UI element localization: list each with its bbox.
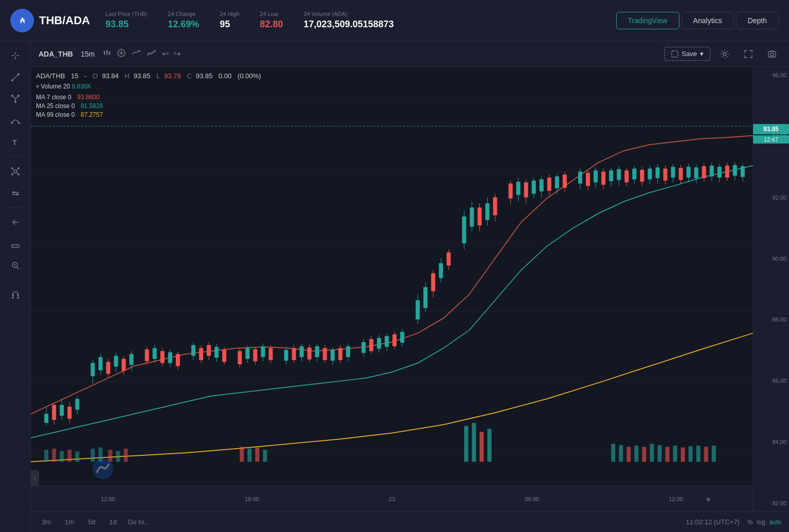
change-pct-val: (0.00%) bbox=[238, 72, 261, 80]
svg-rect-119 bbox=[268, 348, 273, 360]
timeframe-3m[interactable]: 3m bbox=[39, 517, 54, 527]
settings-icon[interactable] bbox=[715, 45, 734, 63]
back-arrow-icon[interactable] bbox=[6, 213, 25, 232]
svg-rect-47 bbox=[106, 51, 108, 52]
view-buttons: TradingView Analytics Depth bbox=[616, 12, 779, 29]
chart-collapse-arrow[interactable]: ‹ bbox=[31, 470, 39, 486]
price-90: 90.00 bbox=[756, 256, 786, 262]
current-time-badge: 12:47 bbox=[753, 135, 789, 144]
svg-rect-173 bbox=[516, 182, 521, 195]
toolbar-divider-2 bbox=[8, 207, 23, 208]
svg-rect-254 bbox=[657, 445, 661, 462]
svg-line-25 bbox=[12, 172, 14, 174]
bar-style-icon[interactable] bbox=[102, 48, 112, 60]
svg-rect-45 bbox=[103, 52, 105, 53]
timeframe-1m[interactable]: 1m bbox=[62, 517, 77, 527]
timeframe-1d[interactable]: 1d bbox=[106, 517, 120, 527]
high-label: H bbox=[124, 72, 129, 80]
goto-button[interactable]: Go to... bbox=[128, 518, 150, 526]
percent-control[interactable]: % bbox=[747, 519, 753, 526]
magnet-icon[interactable] bbox=[6, 286, 25, 304]
separator-label: - bbox=[84, 72, 86, 80]
time-1200-1: 12:00 bbox=[101, 496, 115, 502]
fork-tool-icon[interactable] bbox=[6, 90, 25, 108]
high-stat: 24 High 95 bbox=[220, 11, 239, 30]
curve-tool-icon[interactable] bbox=[6, 111, 25, 130]
svg-rect-105 bbox=[207, 345, 211, 356]
svg-rect-151 bbox=[416, 300, 420, 320]
svg-rect-175 bbox=[524, 182, 528, 197]
log-control[interactable]: log bbox=[757, 519, 765, 526]
redo-icon[interactable]: ↪ bbox=[174, 49, 181, 59]
svg-rect-225 bbox=[725, 166, 729, 178]
ma25-line[interactable]: MA 25 close 0 91.5828 bbox=[36, 102, 265, 110]
save-button[interactable]: Save ▾ bbox=[665, 47, 710, 61]
volume-indicator[interactable]: ▾ Volume 20 8.636K bbox=[36, 83, 265, 90]
svg-rect-259 bbox=[696, 446, 701, 462]
compare-icon[interactable] bbox=[147, 48, 157, 60]
svg-rect-46 bbox=[106, 50, 107, 55]
svg-rect-145 bbox=[385, 336, 389, 347]
ma7-line[interactable]: MA 7 close 0 93.8600 bbox=[36, 94, 265, 101]
timeframe-label: 15 bbox=[71, 72, 78, 80]
svg-rect-103 bbox=[199, 348, 203, 360]
ma99-line[interactable]: MA 99 close 0 87.2757 bbox=[36, 111, 265, 118]
svg-rect-177 bbox=[532, 181, 536, 194]
svg-rect-229 bbox=[741, 166, 745, 177]
svg-rect-258 bbox=[689, 446, 693, 462]
svg-point-14 bbox=[14, 101, 16, 103]
svg-rect-95 bbox=[160, 351, 165, 363]
time-23: 23 bbox=[389, 496, 395, 502]
volume-val: 8.636K bbox=[71, 83, 91, 90]
last-price-value: 93.85 bbox=[105, 19, 147, 30]
svg-rect-195 bbox=[609, 170, 613, 181]
svg-rect-83 bbox=[106, 362, 110, 374]
svg-point-58 bbox=[723, 52, 726, 56]
ma99-val: 87.2757 bbox=[81, 111, 103, 118]
volume-stat: 24 Volume (ADA) 17,023,509.05158873 bbox=[303, 11, 393, 30]
zoom-icon[interactable] bbox=[6, 256, 25, 275]
svg-rect-197 bbox=[617, 169, 621, 180]
svg-point-13 bbox=[17, 95, 20, 97]
svg-point-60 bbox=[770, 53, 774, 56]
change-label: 24 Change bbox=[168, 11, 199, 17]
undo-icon[interactable]: ↩ bbox=[162, 49, 169, 59]
svg-point-30 bbox=[16, 193, 18, 196]
auto-control[interactable]: auto bbox=[769, 519, 781, 526]
tradingview-button[interactable]: TradingView bbox=[616, 12, 679, 29]
snapshot-icon[interactable] bbox=[763, 45, 781, 63]
svg-rect-257 bbox=[681, 448, 685, 462]
timeframe-5d[interactable]: 5d bbox=[85, 517, 98, 527]
candlestick-chart[interactable] bbox=[31, 67, 753, 486]
node-tool-icon[interactable] bbox=[6, 162, 25, 181]
timezone-icon[interactable]: ☀ bbox=[705, 495, 712, 504]
crosshair-icon[interactable] bbox=[6, 46, 25, 65]
ma25-label: MA 25 close 0 bbox=[36, 102, 75, 110]
chart-interval[interactable]: 15m bbox=[81, 50, 95, 58]
ruler-icon[interactable] bbox=[6, 235, 25, 253]
chart-overlay-area[interactable]: ADA/THB 15 - O93.84 H93.85 L93.78 C93.85… bbox=[31, 67, 789, 511]
svg-rect-79 bbox=[91, 363, 95, 377]
volume-value: 17,023,509.05158873 bbox=[303, 19, 393, 30]
svg-rect-69 bbox=[44, 414, 48, 422]
line-tool-icon[interactable] bbox=[6, 68, 25, 86]
svg-rect-205 bbox=[648, 169, 652, 180]
toolbar-divider-3 bbox=[8, 280, 23, 280]
layout-tool-icon[interactable] bbox=[6, 184, 25, 202]
fullscreen-icon[interactable] bbox=[739, 45, 758, 63]
svg-rect-241 bbox=[247, 449, 252, 462]
change-val: 0.00 bbox=[219, 72, 231, 80]
analytics-button[interactable]: Analytics bbox=[682, 12, 734, 29]
svg-rect-97 bbox=[168, 352, 172, 363]
depth-button[interactable]: Depth bbox=[736, 12, 779, 29]
svg-rect-85 bbox=[114, 356, 118, 367]
svg-rect-101 bbox=[191, 345, 195, 356]
low-val: 93.78 bbox=[164, 72, 181, 80]
svg-rect-238 bbox=[116, 451, 120, 462]
volume-label: 24 Volume (ADA) bbox=[303, 11, 393, 17]
indicators-icon[interactable] bbox=[131, 48, 141, 60]
price-86: 86.00 bbox=[756, 378, 786, 384]
tradingview-watermark bbox=[93, 458, 113, 481]
text-tool-icon[interactable]: T bbox=[6, 133, 25, 151]
add-indicator-icon[interactable] bbox=[117, 48, 126, 60]
